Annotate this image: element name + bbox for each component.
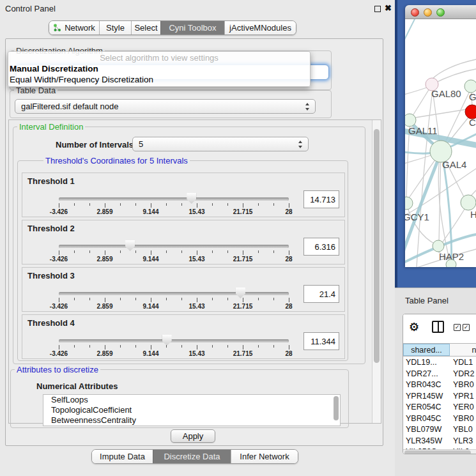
attribute-list-item[interactable]: BetweennessCentrality bbox=[43, 415, 340, 426]
number-of-intervals-select[interactable]: 5 bbox=[132, 137, 309, 151]
network-node-h[interactable] bbox=[461, 195, 476, 210]
network-node[interactable] bbox=[446, 259, 456, 267]
table-data-select[interactable]: galFiltered.sif default node bbox=[15, 99, 316, 114]
tab-label: Cyni Toolbox bbox=[169, 23, 216, 33]
threshold-slider[interactable]: -3.4262.8599.14415.4321.71528 bbox=[22, 220, 344, 264]
table-row[interactable]: YBR045CYBR0 bbox=[403, 413, 476, 425]
column-header-name[interactable]: na bbox=[450, 344, 476, 356]
threshold-slider[interactable]: -3.4262.8599.14415.4321.71528 bbox=[22, 268, 344, 311]
table-cell[interactable]: YPR145W bbox=[403, 391, 450, 403]
table-cell[interactable]: YER0 bbox=[450, 402, 476, 413]
table-cell[interactable]: YBR043C bbox=[403, 380, 450, 391]
split-columns-icon[interactable] bbox=[432, 321, 444, 333]
threshold-value-field[interactable] bbox=[303, 285, 339, 303]
slider-track[interactable] bbox=[59, 339, 289, 342]
checkbox-icon[interactable]: ✓ bbox=[463, 324, 470, 331]
tab-label: Infer Network bbox=[240, 452, 289, 461]
network-node-gal11[interactable] bbox=[405, 114, 416, 127]
slider-tick bbox=[258, 345, 259, 348]
table-cell[interactable]: YLR3 bbox=[450, 436, 476, 447]
threshold-value-field[interactable] bbox=[303, 190, 339, 208]
tab-jactivemnodules[interactable]: jActiveMNodules bbox=[224, 21, 296, 35]
table-cell[interactable]: YDL1 bbox=[450, 357, 476, 369]
vertical-scrollbar-thumb[interactable] bbox=[374, 129, 380, 363]
slider-track[interactable] bbox=[59, 245, 289, 248]
table-row[interactable]: YPR145WYPR1 bbox=[403, 391, 476, 403]
network-canvas[interactable]: GAL80GACGAL11GAL4GCY1HHAP2 bbox=[405, 19, 476, 267]
table-cell[interactable]: YLR345W bbox=[403, 436, 450, 447]
gear-icon[interactable]: ⚙ bbox=[409, 320, 419, 334]
column-header-shared[interactable]: shared... bbox=[403, 344, 450, 356]
zoom-traffic-light-icon[interactable] bbox=[436, 8, 445, 17]
close-icon[interactable]: ✖ bbox=[385, 3, 392, 13]
tab-impute-data[interactable]: Impute Data bbox=[92, 450, 153, 463]
table-cell[interactable]: YBR045C bbox=[403, 413, 450, 425]
algorithm-dropdown-popup: Select algorithm to view settings Manual… bbox=[8, 51, 311, 87]
chevron-updown-icon bbox=[305, 103, 310, 111]
tab-select[interactable]: Select bbox=[131, 21, 160, 35]
horizontal-scrollbar-thumb[interactable] bbox=[404, 450, 471, 454]
attributes-group: Attributes to discretize Numerical Attri… bbox=[10, 369, 349, 428]
table-row[interactable]: YBL079WYBL0 bbox=[403, 424, 476, 436]
tab-infer-network[interactable]: Infer Network bbox=[231, 450, 298, 463]
table-row[interactable]: YBR043CYBR0 bbox=[403, 380, 476, 391]
tab-label: Network bbox=[65, 23, 95, 33]
slider-tick bbox=[197, 250, 197, 255]
attribute-list-item[interactable]: TopologicalCoefficient bbox=[43, 405, 340, 415]
list-scrollbar-thumb[interactable] bbox=[334, 396, 339, 420]
slider-tick bbox=[212, 250, 213, 253]
network-edge[interactable] bbox=[405, 19, 415, 51]
table-row[interactable]: YDL19...YDL1 bbox=[403, 357, 476, 369]
horizontal-scrollbar[interactable] bbox=[403, 449, 476, 454]
table-cell[interactable]: YBR0 bbox=[450, 413, 476, 425]
table-row[interactable]: YDR27...YDR2 bbox=[403, 369, 476, 380]
table-cell[interactable]: YPR1 bbox=[450, 391, 476, 403]
tab-cyni-toolbox[interactable]: Cyni Toolbox bbox=[160, 21, 224, 35]
slider-thumb-icon[interactable] bbox=[187, 193, 196, 204]
slider-thumb-icon[interactable] bbox=[236, 288, 245, 298]
table-cell[interactable]: YDR27... bbox=[403, 369, 450, 380]
checkbox-icon[interactable]: ✓ bbox=[454, 324, 461, 331]
slider-thumb-icon[interactable] bbox=[125, 240, 135, 251]
table-row[interactable]: YER054CYER0 bbox=[403, 402, 476, 413]
network-node-hap2[interactable] bbox=[433, 240, 444, 252]
table-row[interactable]: YLR345WYLR3 bbox=[403, 436, 476, 447]
popup-option-equal-width-frequency[interactable]: Equal Width/Frequency Discretization bbox=[8, 74, 310, 85]
network-window-titlebar[interactable] bbox=[405, 5, 476, 19]
network-edge[interactable] bbox=[405, 88, 427, 97]
network-node-gcy1[interactable] bbox=[405, 197, 413, 210]
network-node-ga[interactable] bbox=[464, 80, 476, 93]
table-body: YDL19...YDL1YDR27...YDR2YBR043CYBR0YPR14… bbox=[403, 357, 476, 450]
threshold-slider[interactable]: -3.4262.8599.14415.4321.71528 bbox=[22, 173, 344, 217]
attribute-list-item[interactable]: SelfLoops bbox=[43, 395, 340, 405]
tab-network[interactable]: Network bbox=[49, 21, 99, 35]
table-cell[interactable]: YBL079W bbox=[403, 424, 450, 436]
tab-discretize-data[interactable]: Discretize Data bbox=[153, 450, 231, 463]
table-cell[interactable]: YDL19... bbox=[403, 357, 450, 369]
table-cell[interactable]: YBL0 bbox=[450, 424, 476, 436]
tab-style[interactable]: Style bbox=[99, 21, 131, 35]
interval-definition-label: Interval Definition bbox=[17, 122, 85, 132]
close-traffic-light-icon[interactable] bbox=[411, 8, 419, 17]
threshold-value-field[interactable] bbox=[303, 238, 339, 256]
float-window-icon[interactable] bbox=[374, 6, 381, 12]
minimize-traffic-light-icon[interactable] bbox=[424, 8, 432, 17]
slider-track[interactable] bbox=[59, 197, 289, 201]
table-cell[interactable]: YER054C bbox=[403, 402, 450, 413]
vertical-scrollbar[interactable] bbox=[372, 120, 381, 423]
slider-thumb-icon[interactable] bbox=[162, 335, 172, 346]
threshold-slider[interactable]: -3.4262.8599.14415.4321.71528 bbox=[22, 315, 344, 358]
network-edge[interactable] bbox=[411, 89, 429, 118]
table-cell[interactable]: YBR0 bbox=[450, 380, 476, 391]
slider-track[interactable] bbox=[59, 292, 289, 295]
numerical-attributes-list[interactable]: SelfLoopsTopologicalCoefficientBetweenne… bbox=[43, 394, 341, 426]
network-edge[interactable] bbox=[432, 59, 476, 79]
popup-option-manual-discretization[interactable]: Manual Discretization bbox=[8, 63, 310, 74]
tab-label: Select bbox=[134, 23, 157, 33]
threshold-value-field[interactable] bbox=[303, 332, 339, 350]
table-cell[interactable]: YDR2 bbox=[450, 369, 476, 380]
slider-tick bbox=[120, 345, 121, 348]
network-edge[interactable] bbox=[405, 155, 433, 166]
apply-button[interactable]: Apply bbox=[171, 429, 215, 443]
tab-label: Impute Data bbox=[100, 452, 145, 461]
